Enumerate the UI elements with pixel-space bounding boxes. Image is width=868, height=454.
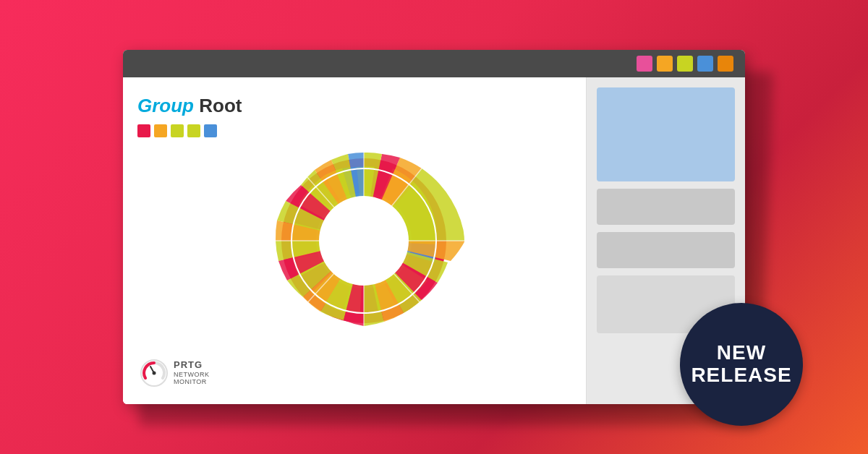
screen-container: Group Root [123, 50, 745, 404]
prtg-logo-text: PRTG NETWORK MONITOR [174, 360, 210, 386]
new-release-text-line2: RELEASE [691, 364, 791, 387]
legend-dot-4 [187, 124, 200, 137]
left-panel: Group Root [123, 77, 586, 404]
new-release-text-line1: NEW [717, 342, 766, 364]
legend-dot-1 [137, 124, 150, 137]
right-card-blue [597, 87, 735, 181]
legend-dot-5 [204, 124, 217, 137]
titlebar-dot-orange [718, 56, 733, 72]
right-card-gray-2 [597, 232, 735, 268]
prtg-label: PRTG [174, 360, 210, 371]
prtg-network-label: NETWORK [174, 371, 210, 378]
screen: Group Root [123, 50, 745, 404]
legend-dot-3 [171, 124, 184, 137]
title-bar [123, 50, 745, 77]
main-content: Group Root [123, 77, 745, 404]
svg-point-15 [153, 372, 156, 375]
donut-chart [248, 125, 480, 356]
titlebar-dot-blue [697, 56, 713, 72]
title-group: Group [137, 95, 194, 116]
prtg-logo: PRTG NETWORK MONITOR [140, 359, 210, 387]
title-root: Root [194, 95, 242, 116]
donut-chart-svg [248, 125, 480, 356]
new-release-badge: NEW RELEASE [680, 303, 803, 426]
legend-dot-2 [154, 124, 167, 137]
svg-point-10 [319, 196, 409, 286]
right-card-gray-1 [597, 189, 735, 225]
page-title: Group Root [137, 95, 571, 117]
prtg-gauge-icon [140, 359, 168, 387]
titlebar-dot-green [677, 56, 693, 72]
titlebar-dot-pink [637, 56, 652, 72]
titlebar-dot-yellow [657, 56, 673, 72]
prtg-monitor-label: MONITOR [174, 378, 210, 385]
